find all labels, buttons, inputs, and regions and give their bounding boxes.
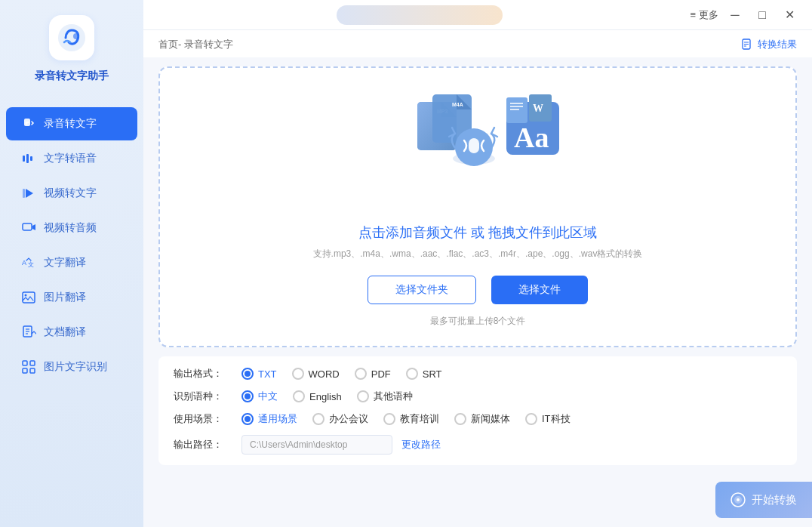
sidebar-item-text-translate[interactable]: A 文 文字翻译 — [6, 246, 137, 279]
format-pdf-radio[interactable] — [355, 368, 367, 380]
convert-result-label: 转换结果 — [758, 38, 797, 51]
format-srt-radio[interactable] — [406, 368, 418, 380]
lang-en-radio[interactable] — [293, 390, 305, 402]
lang-zh-radio[interactable] — [241, 390, 254, 402]
maximize-button[interactable]: □ — [752, 5, 773, 26]
more-button[interactable]: ≡ 更多 — [690, 8, 718, 22]
format-srt-label: SRT — [423, 368, 442, 380]
lang-zh[interactable]: 中文 — [241, 390, 278, 403]
scene-meeting-radio[interactable] — [312, 413, 324, 425]
drop-zone-subtitle: 支持.mp3、.m4a、.wma、.aac、.flac、.ac3、.m4r、.a… — [313, 248, 643, 260]
sidebar-item-audio-to-text[interactable]: 录音转文字 — [6, 107, 137, 140]
drop-zone[interactable]: MP3 M4A — [158, 66, 797, 347]
lang-en-label: English — [309, 391, 342, 402]
sidebar-label-image-translate: 图片翻译 — [44, 291, 86, 304]
format-word[interactable]: WORD — [292, 368, 340, 380]
svg-point-0 — [58, 24, 85, 51]
lang-other[interactable]: 其他语种 — [357, 390, 413, 403]
scene-news-label: 新闻媒体 — [471, 412, 510, 426]
svg-rect-19 — [30, 361, 35, 365]
doc-translate-icon — [21, 325, 36, 340]
main-wrapper: 首页- 录音转文字 转换结果 — [143, 30, 812, 527]
format-txt-label: TXT — [258, 368, 277, 380]
scene-meeting-label: 办公会议 — [329, 412, 368, 426]
sidebar-label-text-to-audio: 文字转语音 — [44, 152, 97, 165]
scene-it-radio[interactable] — [525, 413, 537, 425]
image-ocr-icon — [21, 359, 36, 374]
sidebar-item-video-to-text[interactable]: 视频转文字 — [6, 177, 137, 210]
output-path-label: 输出路径： — [174, 438, 226, 451]
sidebar-nav: 录音转文字 文字转语音 视频转文字 — [0, 106, 143, 385]
svg-rect-20 — [23, 368, 27, 373]
scene-group: 通用场景 办公会议 教育培训 新闻媒体 — [241, 412, 571, 426]
lang-other-label: 其他语种 — [374, 390, 413, 403]
scene-it[interactable]: IT科技 — [525, 412, 571, 426]
svg-point-1 — [73, 33, 79, 39]
svg-rect-8 — [23, 223, 32, 230]
app-name: 录音转文字助手 — [35, 69, 109, 83]
sidebar-label-video-to-text: 视频转文字 — [44, 186, 97, 200]
select-folder-button[interactable]: 选择文件夹 — [368, 276, 476, 304]
scene-news-radio[interactable] — [454, 413, 466, 425]
svg-rect-35 — [506, 97, 527, 123]
svg-rect-18 — [23, 361, 27, 365]
format-srt[interactable]: SRT — [406, 368, 442, 380]
audio-to-text-icon — [21, 116, 36, 131]
main-area: ≡ 更多 ─ □ ✕ 首页- 录音转文字 转换结果 — [143, 0, 812, 527]
output-path-row: 输出路径： 更改路径 — [174, 435, 782, 455]
sidebar-item-video-to-audio[interactable]: 视频转音频 — [6, 211, 137, 245]
svg-rect-4 — [26, 154, 29, 163]
promo-bar — [337, 5, 503, 25]
format-word-radio[interactable] — [292, 368, 304, 380]
promo-area — [155, 5, 684, 25]
scene-general-radio[interactable] — [241, 413, 254, 425]
lang-en[interactable]: English — [293, 390, 342, 402]
scene-general-label: 通用场景 — [258, 412, 297, 426]
language-row: 识别语种： 中文 English 其他语种 — [174, 390, 782, 403]
svg-marker-6 — [26, 189, 33, 198]
sidebar-label-doc-translate: 文档翻译 — [44, 325, 86, 339]
sidebar-label-audio-to-text: 录音转文字 — [44, 117, 97, 131]
scene-education-label: 教育培训 — [400, 412, 439, 426]
scene-education[interactable]: 教育培训 — [383, 412, 439, 426]
path-row: 更改路径 — [241, 435, 441, 455]
more-label: 更多 — [699, 8, 718, 22]
sidebar-item-doc-translate[interactable]: 文档翻译 — [6, 316, 137, 349]
drop-zone-buttons: 选择文件夹 选择文件 — [368, 276, 588, 304]
format-txt-radio[interactable] — [241, 368, 254, 380]
titlebar: ≡ 更多 ─ □ ✕ — [143, 0, 812, 30]
lang-other-radio[interactable] — [357, 390, 369, 402]
path-input[interactable] — [241, 435, 392, 455]
minimize-button[interactable]: ─ — [724, 5, 746, 26]
scene-news[interactable]: 新闻媒体 — [454, 412, 510, 426]
close-button[interactable]: ✕ — [779, 5, 800, 26]
format-word-label: WORD — [309, 368, 340, 380]
convert-result-link[interactable]: 转换结果 — [741, 38, 797, 51]
language-label: 识别语种： — [174, 390, 226, 403]
svg-text:A: A — [22, 259, 26, 267]
sidebar-label-video-to-audio: 视频转音频 — [44, 221, 97, 235]
image-translate-icon — [21, 290, 36, 305]
start-convert-button[interactable]: 开始转换 — [715, 482, 812, 518]
select-file-button[interactable]: 选择文件 — [491, 276, 588, 304]
scene-row: 使用场景： 通用场景 办公会议 教育培训 — [174, 412, 782, 426]
sidebar-item-image-translate[interactable]: 图片翻译 — [6, 281, 137, 314]
format-pdf[interactable]: PDF — [355, 368, 391, 380]
app-logo — [49, 15, 94, 60]
scene-education-radio[interactable] — [383, 413, 395, 425]
lang-zh-label: 中文 — [258, 390, 278, 403]
sidebar-item-image-ocr[interactable]: 图片文字识别 — [6, 350, 137, 384]
result-icon — [741, 39, 753, 51]
language-group: 中文 English 其他语种 — [241, 390, 413, 403]
scene-meeting[interactable]: 办公会议 — [312, 412, 368, 426]
change-path-link[interactable]: 更改路径 — [401, 438, 441, 451]
format-txt[interactable]: TXT — [241, 368, 277, 380]
start-btn-wrapper: 开始转换 — [715, 482, 812, 518]
svg-text:文: 文 — [28, 261, 34, 268]
output-format-label: 输出格式： — [174, 367, 226, 381]
svg-rect-12 — [23, 292, 35, 303]
scene-general[interactable]: 通用场景 — [241, 412, 297, 426]
sidebar-item-text-to-audio[interactable]: 文字转语音 — [6, 142, 137, 175]
svg-text:Aa: Aa — [514, 122, 549, 153]
drop-zone-title: 点击添加音频文件 或 拖拽文件到此区域 — [358, 223, 597, 242]
